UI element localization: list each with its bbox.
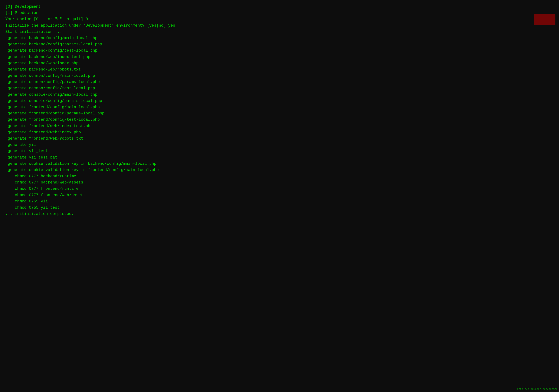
terminal-line: generate frontend/config/main-local.php <box>5 104 554 110</box>
terminal-line: generate yii <box>5 142 554 148</box>
terminal-line: generate cookie validation key in fronte… <box>5 167 554 173</box>
terminal-line: generate backend/config/main-local.php <box>5 35 554 41</box>
terminal-line: generate yii_test.bat <box>5 154 554 161</box>
terminal-output: [0] Development[1] ProductionYour choice… <box>5 4 554 217</box>
terminal-line: generate cookie validation key in backen… <box>5 161 554 167</box>
terminal-line: generate common/config/main-local.php <box>5 73 554 79</box>
terminal-line: generate frontend/web/index.php <box>5 129 554 135</box>
terminal-line: generate frontend/config/test-local.php <box>5 116 554 123</box>
terminal-line: [0] Development <box>5 4 554 10</box>
url-bar: http://blog.csdn.net/phpmt8 <box>517 388 558 391</box>
terminal-line: generate common/config/test-local.php <box>5 85 554 91</box>
terminal-line: generate backend/web/robots.txt <box>5 66 554 73</box>
terminal-line: generate console/config/main-local.php <box>5 92 554 98</box>
terminal-line: generate backend/config/test-local.php <box>5 47 554 54</box>
terminal-line: chmod 0777 frontend/runtime <box>5 186 554 192</box>
terminal-line: generate frontend/web/index-test.php <box>5 123 554 129</box>
terminal-line: chmod 0777 backend/web/assets <box>5 179 554 186</box>
terminal-line: Start initialization ... <box>5 29 554 35</box>
terminal-line: generate backend/config/params-local.php <box>5 41 554 47</box>
terminal-line: generate yii_test <box>5 148 554 154</box>
terminal-line: generate console/config/params-local.php <box>5 98 554 104</box>
terminal-line: chmod 0755 yii <box>5 198 554 205</box>
terminal-line: [1] Production <box>5 10 554 16</box>
terminal-line: generate frontend/config/params-local.ph… <box>5 110 554 116</box>
terminal-line: ... initialization completed. <box>5 211 554 217</box>
terminal-line: generate backend/web/index-test.php <box>5 54 554 60</box>
terminal-line: generate common/config/params-local.php <box>5 79 554 85</box>
terminal-line: Initialize the application under 'Develo… <box>5 22 554 29</box>
terminal-line: Your choice [0-1, or "q" to quit] 0 <box>5 16 554 22</box>
watermark-overlay <box>534 14 555 25</box>
terminal-line: generate frontend/web/robots.txt <box>5 135 554 142</box>
terminal-line: generate backend/web/index.php <box>5 60 554 66</box>
terminal-line: chmod 0777 frontend/web/assets <box>5 192 554 198</box>
terminal-line: chmod 0777 backend/runtime <box>5 173 554 179</box>
terminal-line: chmod 0755 yii_test <box>5 205 554 211</box>
